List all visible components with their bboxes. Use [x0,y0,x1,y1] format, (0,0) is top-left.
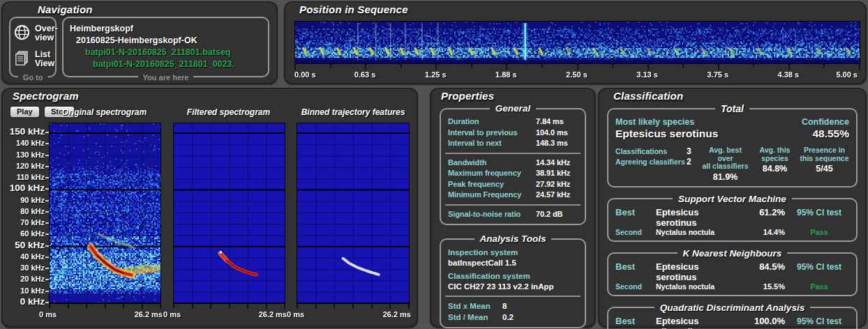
ms-tick [266,304,267,309]
time-minor-tick [612,63,613,68]
breadcrumb-session: 20160825-Heimbergskopf-OK [63,35,268,47]
best-percentage: 100.0% [736,316,785,326]
avg-best-value: 81.9% [701,172,750,182]
property-value: 7.84 ms [536,116,578,128]
general-legend: General [490,103,536,114]
ms-end-label: 26.2 ms [250,310,287,319]
avg-species-stat: Avg. thisspecies 84.8% [750,146,800,174]
property-value: 38.91 kHz [536,168,578,179]
property-value: 27.92 kHz [536,179,578,190]
navigation-panel-title: Navigation [38,3,93,15]
list-pages-icon [14,50,30,68]
second-label: Second [615,228,652,236]
ms-tick [334,304,335,309]
divider [445,296,581,297]
total-legend: Total [715,103,749,114]
agreeing-classifiers-label: Agreeing classifiers [615,157,687,167]
svm-box: Support Vector Machine Best Eptesicus se… [607,194,858,242]
ms-tick [105,304,106,309]
time-tick [365,63,366,70]
ci-test-label: 95% CI test [789,316,849,326]
ms-tick [86,304,87,309]
second-species: Nyctalus noctula [656,228,732,236]
classification-system-value: CIC CH27 23 113 v2.2 inApp [448,282,578,292]
property-value: 70.2 dB [536,209,578,220]
ms-tick [210,304,211,309]
second-label: Second [615,282,652,291]
ms-tick [408,304,410,309]
time-minor-tick [682,63,684,68]
most-likely-species-value: Eptesicus serotinus [615,128,718,140]
breadcrumb-box: Heimbergskopf 20160825-Heimbergskopf-OK … [62,17,269,77]
time-tick-label: 1.88 s [488,70,524,79]
time-tick [577,63,578,70]
ms-end-label: 26.2 ms [126,310,163,319]
time-minor-tick [330,63,331,68]
list-view-button-label: List View [35,50,54,68]
ms-end-label: 26.2 ms [375,310,411,319]
property-value: 104.0 ms [536,128,578,139]
ms-tick [247,304,248,309]
time-tick [506,63,507,70]
ms-tick [229,304,230,309]
general-properties-box: General Duration7.84 ms Interval to prev… [440,103,586,225]
classification-panel-title: Classification [613,90,683,102]
time-minor-tick [401,63,402,68]
property-label: Bandwidth [448,158,536,169]
presence-stat: Presence inthis sequence 5/45 [800,146,849,174]
best-percentage: 61.2% [736,207,785,217]
classification-panel: Classification Total Most likely species… [598,88,867,328]
ms-tick [173,304,174,309]
breadcrumb-call[interactable]: batpi01-N-20160825_211801_0023. [63,59,268,70]
ms-tick [68,304,69,309]
ms-tick [284,304,285,309]
time-tick [435,63,437,70]
properties-panel: Properties General Duration7.84 ms Inter… [430,88,596,328]
knn-box: K Nearest Neighbours Best Eptesicus sero… [607,248,858,296]
confidence-value: 48.55% [812,128,849,140]
goto-box: Over- view List View [9,17,57,77]
properties-panel-title: Properties [441,90,494,102]
time-tick-label: 3.75 s [700,70,736,79]
classifier-counts: Classifications3 Agreeing classifiers2 [615,146,701,167]
std-x-mean-value: 8 [502,300,578,312]
time-tick [788,63,790,70]
best-label: Best [615,261,652,272]
breadcrumb-sequence[interactable]: batpi01-N-20160825_211801.batseq [63,47,268,59]
time-tick-label: 4.38 s [770,70,807,79]
best-label: Best [615,316,652,326]
time-minor-tick [471,63,472,68]
time-minor-tick [753,63,754,68]
time-tick-label: 0.00 s [294,70,316,79]
ci-test-label: 95% CI test [789,208,849,217]
ms-start-label: 0 ms [39,310,57,319]
ci-test-result: Pass [789,228,849,236]
ms-tick [371,304,373,309]
property-label: Signal-to-noise ratio [448,209,536,220]
total-box: Total Most likely species Confidence Ept… [607,103,858,188]
spectrogram-time-axis: 0 ms26.2 ms0 ms26.2 ms0 ms26.2 ms [3,89,417,326]
ms-tick [142,304,143,309]
time-tick-label: 5.00 s [836,70,858,79]
property-label: Maximum frequency [448,168,536,179]
property-label: Peak frequency [448,179,536,190]
goto-legend: Go to [18,73,48,82]
ci-test-label: 95% CI test [789,262,849,272]
breadcrumb-site: Heimbergskopf [63,23,268,35]
inspection-system-label: Inspection system [448,247,578,258]
best-percentage: 84.5% [736,261,785,272]
presence-value: 5/45 [800,164,849,174]
time-tick [859,63,860,70]
most-likely-species-label: Most likely species [615,117,694,127]
best-label: Best [615,207,652,217]
avg-species-value: 84.8% [750,164,800,174]
second-species: Nyctalus noctula [656,282,732,291]
overview-button[interactable]: Over- view [14,24,58,43]
property-label: Duration [448,116,536,128]
spectrogram-panel: Spectrogram Play Stop Original spectrogr… [1,88,418,328]
ms-tick [389,304,391,309]
knn-legend: K Nearest Neighbours [678,248,788,259]
classification-system-label: Classification system [448,270,578,282]
list-view-button[interactable]: List View [14,50,54,68]
confidence-label: Confidence [802,117,849,127]
